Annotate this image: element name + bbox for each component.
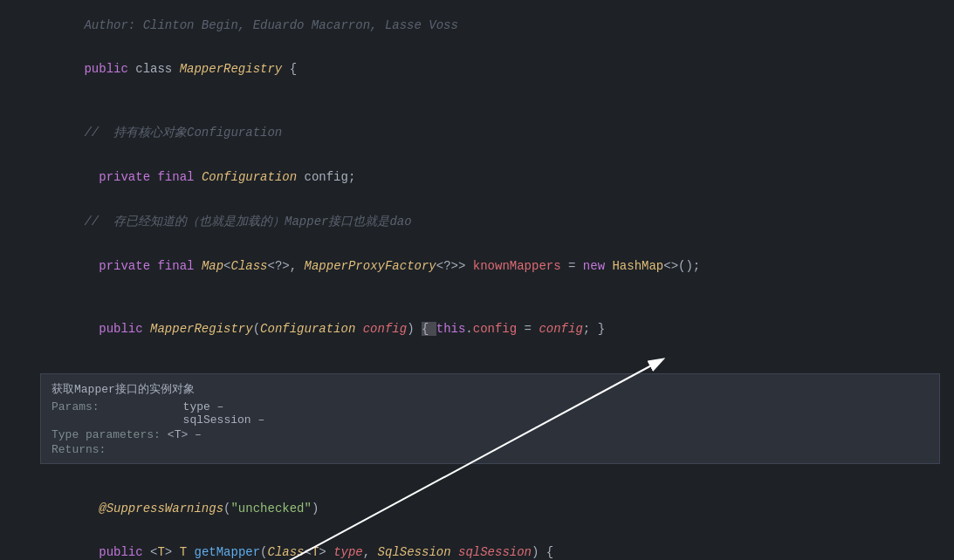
params-values: type – sqlSession –: [183, 400, 265, 427]
keyword: final: [157, 170, 201, 184]
paren-close: ): [407, 322, 422, 336]
annotation: @SuppressWarnings: [99, 502, 223, 516]
dot: .: [465, 322, 472, 336]
param-name: [355, 322, 362, 336]
params-indent: [106, 400, 176, 427]
line-text: [26, 468, 954, 482]
keyword: public: [84, 62, 135, 76]
line-text: public class MapperRegistry {: [26, 48, 954, 90]
type-param-t: <T> –: [168, 428, 202, 441]
code-line: [0, 91, 954, 110]
comma: ,: [363, 545, 378, 559]
doc-type-params-row: Type parameters: <T> –: [51, 428, 929, 441]
code-line: private final Configuration config;: [0, 155, 954, 199]
gen-T2: <: [305, 545, 312, 559]
class-name: MapperRegistry: [180, 62, 283, 76]
keyword: final: [157, 259, 201, 273]
code-line: public class MapperRegistry {: [0, 47, 954, 91]
type-class: Class: [231, 259, 268, 273]
doc-title: 获取Mapper接口的实例对象: [51, 381, 929, 397]
this-config: config: [473, 322, 517, 336]
code-line: public MapperRegistry(Configuration conf…: [0, 307, 954, 351]
indent: [84, 502, 99, 516]
code-line: @SuppressWarnings("unchecked"): [0, 487, 954, 530]
indent: [84, 545, 99, 559]
paren-close2: ) {: [532, 545, 553, 559]
code-line: // 存已经知道的（也就是加载的）Mapper接口也就是dao: [0, 199, 954, 244]
comment-cn: 接口也就是: [328, 215, 389, 229]
doc-returns-row: Returns:: [51, 443, 929, 456]
paren-open: (: [253, 322, 260, 336]
indent: [84, 170, 99, 184]
param-sqlsession-name: sqlSession: [458, 545, 532, 559]
code-line: Author: Clinton Begin, Eduardo Macarron,…: [0, 3, 954, 47]
class-type: Class: [268, 545, 305, 559]
gt2: >: [319, 545, 333, 559]
string-unchecked: "unchecked": [230, 502, 311, 516]
comment-italic: dao: [389, 215, 411, 229]
line-text: public <T> T getMapper(Class<T> type, Sq…: [26, 531, 954, 560]
type-T: T: [157, 545, 164, 559]
param-type: type –: [183, 400, 265, 413]
method-getMapper: getMapper: [194, 545, 260, 559]
keyword: private: [99, 170, 157, 184]
var-known: knownMappers: [473, 259, 561, 273]
keyword-public2: public: [99, 545, 150, 559]
code-line: public <T> T getMapper(Class<T> type, Sq…: [0, 530, 954, 560]
doc-box-content: 获取Mapper接口的实例对象 Params: type – sqlSessio…: [40, 373, 940, 464]
line-text: [26, 92, 954, 106]
param-type-name: type: [333, 545, 363, 559]
indent: [84, 259, 99, 273]
brace-open: {: [422, 322, 436, 336]
sql-session-type: SqlSession: [378, 545, 451, 559]
comment-cn: // 存已经知道的（也就是加载的）: [84, 215, 285, 229]
equals: =: [561, 259, 583, 273]
comment-text: Author: Clinton Begin, Eduardo Macarron,…: [84, 18, 457, 32]
comment-italic: Mapper: [285, 215, 328, 229]
code-line: private final Map<Class<?>, MapperProxyF…: [0, 244, 954, 288]
code-line: [0, 468, 954, 487]
code-line: [0, 351, 954, 370]
line-text: [26, 289, 954, 303]
line-text: // 存已经知道的（也就是加载的）Mapper接口也就是dao: [26, 200, 954, 243]
var-name: config;: [297, 170, 355, 184]
line-text: [26, 352, 954, 365]
punctuation: {: [282, 62, 297, 76]
type-hashmap: HashMap: [612, 259, 663, 273]
line-text: public MapperRegistry(Configuration conf…: [26, 308, 954, 350]
space: [451, 545, 458, 559]
constructor-name: MapperRegistry: [150, 322, 253, 336]
gen4: <>();: [663, 259, 700, 273]
type-name: Configuration: [202, 170, 297, 184]
gen2: <?>,: [268, 259, 305, 273]
line-text: private final Configuration config;: [26, 156, 954, 198]
gt: >: [165, 545, 180, 559]
line-text: @SuppressWarnings("unchecked"): [26, 488, 954, 529]
indent: [84, 322, 99, 336]
keyword-new: new: [583, 259, 613, 273]
assign: =: [517, 322, 539, 336]
comment-cn: // 持有核心对象: [84, 126, 187, 140]
code-line: // 持有核心对象Configuration: [0, 110, 954, 155]
generics: <: [223, 259, 230, 273]
comment-italic: Configuration: [187, 126, 282, 140]
param-type: Configuration: [260, 322, 355, 336]
line-text: // 持有核心对象Configuration: [26, 111, 954, 154]
type-factory: MapperProxyFactory: [305, 259, 436, 273]
line-text: private final Map<Class<?>, MapperProxyF…: [26, 245, 954, 287]
line-text: Author: Clinton Begin, Eduardo Macarron,…: [26, 4, 954, 46]
param-config: config: [363, 322, 407, 336]
keyword: private: [99, 259, 157, 273]
gen3: <?>>: [436, 259, 473, 273]
code-editor: Author: Clinton Begin, Eduardo Macarron,…: [0, 0, 954, 560]
params-label: Params:: [51, 400, 100, 427]
type-map: Map: [202, 259, 223, 273]
return-T: T: [180, 545, 195, 559]
returns-label: Returns:: [51, 443, 106, 456]
type-params-label: Type parameters:: [51, 428, 161, 441]
keyword-public: public: [99, 322, 150, 336]
config-val: config: [539, 322, 582, 336]
paren-m: (: [260, 545, 267, 559]
code-line: [0, 288, 954, 307]
this-keyword: this: [436, 322, 466, 336]
